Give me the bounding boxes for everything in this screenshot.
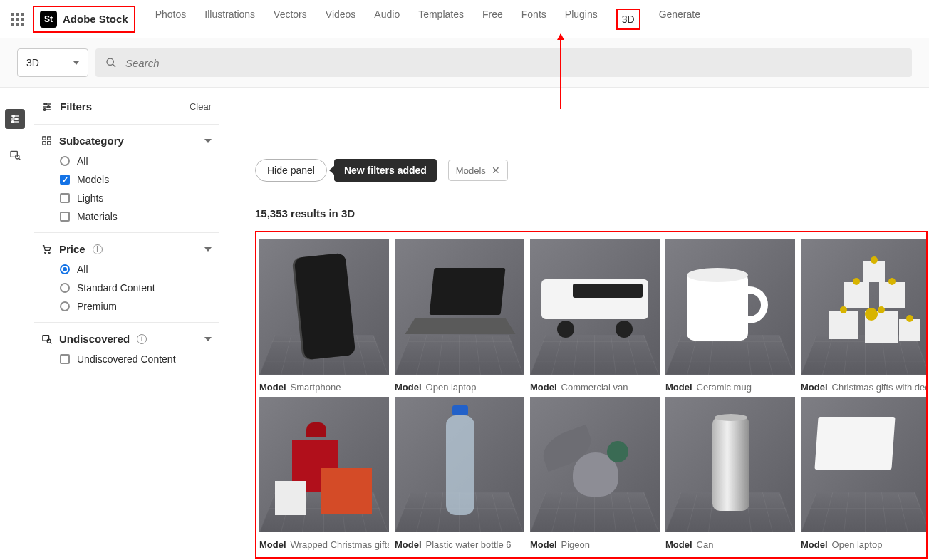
asset-type: Model [395,539,422,550]
nav-fonts[interactable]: Fonts [521,9,546,30]
sliders-icon [41,101,53,113]
brand-logo: St [40,11,57,28]
card-caption: ModelOpen laptop [395,375,524,393]
new-filters-tooltip: New filters added [334,159,437,182]
option-models[interactable]: Models [60,174,212,185]
svg-point-0 [107,58,113,65]
option-lights[interactable]: Lights [60,192,212,204]
result-card[interactable]: ModelCan [665,397,795,550]
svg-point-5 [13,115,15,118]
svg-rect-17 [43,137,46,140]
clear-filters-link[interactable]: Clear [190,101,212,112]
radio-icon [60,264,70,274]
option-label: Lights [77,192,103,204]
radio-icon [60,301,70,311]
image-search-icon [41,333,52,344]
check-icon [60,212,70,222]
card-caption: ModelChristmas gifts with decora... [801,375,928,393]
check-icon [60,193,70,203]
option-all[interactable]: All [60,155,212,167]
card-caption: ModelSmartphone [259,375,389,393]
nav-videos[interactable]: Videos [326,9,356,30]
search-box[interactable] [95,48,912,77]
main: Filters Clear Subcategory AllModelsLight… [0,88,929,560]
result-card[interactable]: ModelOpen laptop [395,239,524,393]
filter-section-subcategory: Subcategory AllModelsLightsMaterials [34,124,219,232]
result-card[interactable]: ModelCeramic mug [665,239,795,393]
undiscovered-options: Undiscovered Content [41,353,212,365]
svg-line-25 [51,343,52,344]
option-label: All [77,264,88,275]
nav-illustrations[interactable]: Illustrations [204,9,255,30]
search-category-select[interactable]: 3D [17,48,88,77]
svg-line-1 [113,64,115,67]
results-grid-region: ModelSmartphoneModelOpen laptopModelComm… [255,231,928,559]
undiscovered-title: Undiscovered [59,333,130,345]
grid-icon [41,135,52,146]
option-undiscovered-content[interactable]: Undiscovered Content [60,353,212,365]
asset-name: Can [697,539,714,550]
left-rail [0,88,30,560]
filters-label: Filters [60,100,92,113]
filter-section-undiscovered: Undiscovered i Undiscovered Content [34,322,219,375]
radio-icon [60,283,70,293]
asset-name: Wrapped Christmas gifts 1 [291,539,389,550]
result-card[interactable]: ModelSmartphone [259,239,389,393]
brand[interactable]: St Adobe Stock [33,6,135,33]
asset-name: Christmas gifts with decora... [832,382,928,393]
card-caption: ModelCan [665,532,795,550]
nav-audio[interactable]: Audio [374,9,400,30]
results-count: 15,353 results in 3D [255,207,929,219]
search-input[interactable] [125,57,902,69]
option-premium[interactable]: Premium [60,301,212,312]
nav-photos[interactable]: Photos [155,9,187,30]
card-caption: ModelCommercial van [530,375,660,393]
subcategory-header[interactable]: Subcategory [41,135,212,147]
rail-visual-search-button[interactable] [5,145,25,165]
nav-generate[interactable]: Generate [659,9,700,30]
chevron-down-icon [204,139,212,143]
nav-free[interactable]: Free [482,9,503,30]
chip-label: Models [456,165,486,176]
check-icon [60,175,70,185]
option-label: Standard Content [77,282,155,294]
info-icon[interactable]: i [93,244,103,254]
thumbnail [530,239,660,375]
result-card[interactable]: ModelPlastic water bottle 6 [395,397,524,550]
result-card[interactable]: ModelChristmas gifts with decora... [801,239,928,393]
info-icon[interactable]: i [137,334,147,344]
option-standard-content[interactable]: Standard Content [60,282,212,294]
result-card[interactable]: ModelPigeon [530,397,660,550]
svg-rect-20 [48,142,51,145]
option-label: All [77,155,88,167]
nav-templates[interactable]: Templates [418,9,464,30]
option-label: Models [77,174,109,185]
svg-point-21 [45,252,46,254]
result-card[interactable]: ModelOpen laptop [801,397,928,550]
asset-name: Pigeon [561,539,590,550]
option-label: Undiscovered Content [77,353,176,365]
result-card[interactable]: ModelWrapped Christmas gifts 1 [259,397,389,550]
thumbnail [801,239,928,375]
svg-rect-19 [43,142,46,145]
rail-filters-button[interactable] [5,109,25,129]
nav-vectors[interactable]: Vectors [274,9,307,30]
result-card[interactable]: ModelCommercial van [530,239,660,393]
filter-chip-models[interactable]: Models ✕ [448,160,508,181]
svg-point-7 [11,121,14,123]
apps-icon[interactable] [11,13,24,26]
asset-name: Open laptop [426,382,477,393]
price-header[interactable]: Price i [41,243,212,255]
nav-3d[interactable]: 3D [616,9,640,30]
nav-plugins[interactable]: Plugins [565,9,598,30]
card-caption: ModelPigeon [530,532,660,550]
filter-panel: Filters Clear Subcategory AllModelsLight… [30,88,229,560]
option-all[interactable]: All [60,264,212,275]
close-icon[interactable]: ✕ [492,165,500,176]
option-materials[interactable]: Materials [60,211,212,222]
undiscovered-header[interactable]: Undiscovered i [41,333,212,345]
price-title: Price [59,243,85,255]
results-grid: ModelSmartphoneModelOpen laptopModelComm… [259,239,922,550]
thumbnail [259,239,389,375]
hide-panel-button[interactable]: Hide panel [255,159,327,182]
